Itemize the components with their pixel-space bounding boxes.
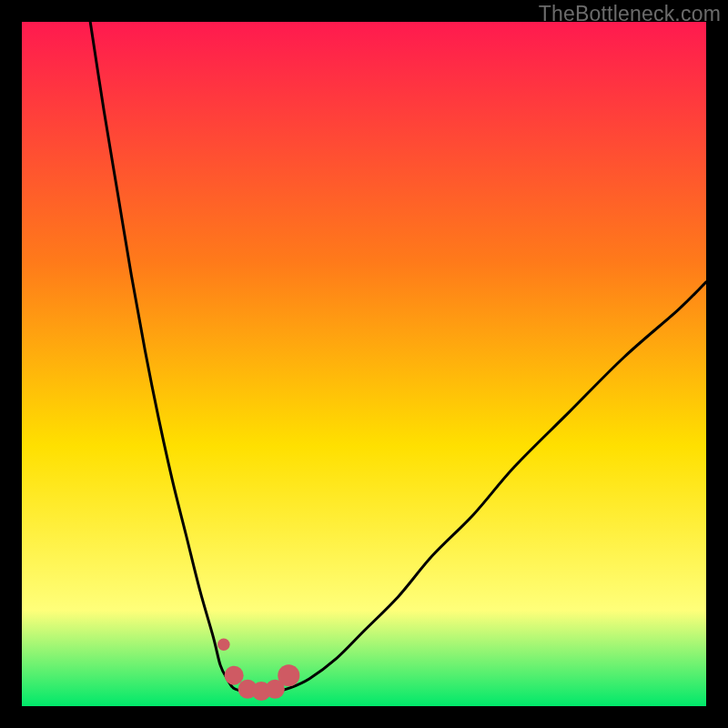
valley-marker: [217, 639, 230, 652]
gradient-background: [22, 22, 706, 706]
valley-marker: [278, 664, 299, 686]
valley-marker: [225, 666, 244, 685]
bottleneck-chart: [22, 22, 706, 706]
chart-frame: [22, 22, 706, 706]
